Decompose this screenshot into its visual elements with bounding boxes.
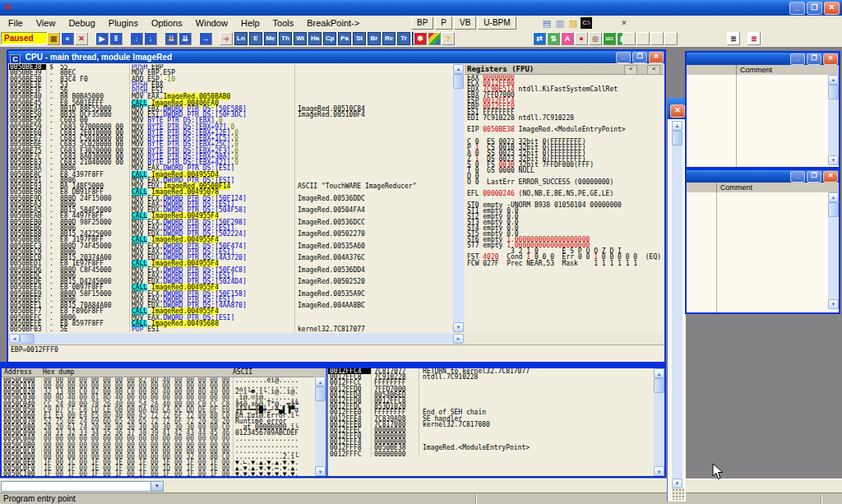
register-line[interactable]: EIP 0050BE38 ImageRed.<ModuleEntryPoint> [465,127,664,132]
close-button[interactable]: ✕ [670,104,685,118]
spare-button-3[interactable] [650,32,664,45]
scroll-down-icon[interactable]: ▼ [453,322,464,332]
scroll-thumb[interactable] [672,131,682,146]
menu-item-file[interactable]: File [2,16,30,30]
panel-button-st[interactable]: St [353,32,366,45]
plugin-button-p[interactable]: P [435,16,452,30]
step-into-icon[interactable]: ↓ [130,32,143,45]
binary-101-icon[interactable]: 101 [603,32,616,45]
close-button[interactable]: ✕ [649,52,664,63]
dump-scrollbar[interactable]: ▲ ▼ [315,377,326,476]
disasm-row[interactable]: 0050BE38$55PUSH EBP [9,64,453,70]
maximize-button[interactable]: ❐ [632,52,647,63]
stack-pane[interactable]: 0012FFC47C817077RETURN to kernel32.7C817… [328,368,664,476]
scroll-left-icon[interactable]: ◄ [9,334,20,344]
panel-button-ln[interactable]: Ln [234,32,248,45]
command-combobox[interactable]: ▼ [1,481,164,492]
scroll-thumb[interactable] [828,85,839,99]
record-icon[interactable]: ● [575,32,588,45]
comment-window-2-titlebar[interactable]: _❐✕ [687,170,839,183]
scroll-thumb[interactable] [654,378,664,393]
comment-list-body[interactable]: ▲ ▼ [687,75,839,167]
minimize-button[interactable]: _ [616,52,631,63]
hex-dump-pane[interactable]: Address Hex dump ASCII 0050C00000 00 00 … [2,368,326,476]
panel-button-ha[interactable]: Ha [308,32,322,45]
scroll-thumb[interactable] [453,74,464,89]
panel-button-cp[interactable]: Cp [323,32,336,45]
list-window-icon[interactable]: ≣ [727,32,740,45]
scroll-down-icon[interactable]: ▼ [315,466,326,476]
scroll-up-icon[interactable]: ▲ [654,368,664,378]
maximize-button[interactable]: ❐ [807,53,821,65]
maximize-button[interactable]: ❐ [807,171,821,183]
scroll-down-icon[interactable]: ▼ [828,299,839,309]
close-button[interactable]: ✕ [824,2,840,15]
settings-icon[interactable]: ✱ [414,32,427,45]
plugin-button-u-bpm[interactable]: U-BPM [478,16,516,30]
menu-item-window[interactable]: Window [189,16,234,30]
menu-item-help[interactable]: Help [234,16,266,30]
close-button[interactable]: ✕ [823,53,838,65]
close-button[interactable]: ✕ [823,171,838,183]
appearance-icon[interactable] [428,32,441,45]
clipboard-icon[interactable]: ▤ [541,17,553,29]
dump-row[interactable]: 0050C1001F 00 1F 00 1F 00 1F 00 1F 00 1F… [2,471,326,476]
scroll-up-icon[interactable]: ▲ [453,64,464,74]
comment-list-body[interactable]: ▲ ▼ [687,192,839,312]
disasm-vscrollbar[interactable]: ▲ ▼ [453,64,464,332]
registers-pane[interactable]: Registers (FPU) < < EAX 00000000ECX 0012… [465,64,664,332]
registers-prev-button[interactable]: < [647,65,660,75]
step-over-icon[interactable]: ↓ [144,32,157,45]
minimize-button[interactable]: _ [789,2,805,15]
plugin-button-vb[interactable]: VB [454,16,476,30]
scroll-up-icon[interactable]: ▲ [828,192,839,202]
plugin-button-bp[interactable]: BP [411,16,433,30]
analyze-a-icon[interactable]: A [561,32,574,45]
pause-icon[interactable]: ‖ [109,32,123,45]
spare-button-4[interactable] [664,32,678,45]
panel-button-e[interactable]: E [249,32,262,45]
swap-icon[interactable]: ⇄ [533,32,546,45]
menu-item-view[interactable]: View [30,16,62,30]
panel-button-me[interactable]: Me [264,32,277,45]
comment-window-1-scrollbar[interactable]: ▲ ▼ [828,75,839,165]
panel-button-pa[interactable]: Pa [338,32,351,45]
animate-over-icon[interactable]: ⇊ [178,32,192,45]
menu-item-debug[interactable]: Debug [62,16,101,30]
disassembly-pane[interactable]: 0050BE38$55PUSH EBP0050BE39.8BECMOV EBP,… [9,64,453,332]
panel-button-br[interactable]: Br [368,32,381,45]
scroll-down-icon[interactable]: ▼ [654,466,664,476]
minimize-button[interactable]: _ [790,171,805,183]
spare-button-1[interactable] [622,32,636,45]
menu-item-tools[interactable]: Tools [266,16,301,30]
registers-prev-button[interactable]: < [624,65,637,75]
help-icon[interactable]: ? [442,32,455,45]
scroll-down-icon[interactable]: ▼ [672,479,682,488]
stack-row[interactable]: 0012FFFC00000000 [328,451,664,457]
restart-icon[interactable]: « [61,32,74,45]
menu-item-breakpoint[interactable]: BreakPoint-> [300,16,366,30]
fingerprint-icon[interactable]: ◎ [589,32,602,45]
maximize-button[interactable]: ❐ [807,2,822,15]
hidden-window-scrollbar[interactable]: ▲ ▼ [672,121,682,488]
menu-item-options[interactable]: Options [145,16,189,30]
updown-icon[interactable]: ⇅ [547,32,560,45]
disasm-hscrollbar[interactable]: ◄ ► [9,334,464,344]
panel-button-re[interactable]: Re [382,32,396,45]
register-line[interactable]: EDI 7C910228 ntdll.7C910228 [465,115,664,121]
scroll-up-icon[interactable]: ▲ [315,377,326,386]
scroll-up-icon[interactable]: ▲ [672,121,682,131]
log-window-icon[interactable]: ≣ [747,32,761,45]
disasm-row[interactable]: 0050BE3B.83C4 F0ADD ESP,-10 [9,76,453,82]
register-line[interactable]: T 0 GS 0000 NULL [465,168,664,173]
run-icon[interactable]: ▶ [95,32,109,45]
stack-scrollbar[interactable]: ▲ ▼ [654,368,664,476]
terminate-icon[interactable]: ✕ [75,32,88,45]
book-icon[interactable]: ▥ [554,17,566,29]
execute-till-return-icon[interactable]: → [199,32,212,45]
resize-grip[interactable] [672,488,684,500]
cpu-window-titlebar[interactable]: C CPU - main thread, module ImageRed _❐✕ [8,51,664,63]
folder-icon[interactable]: ▨ [567,17,579,29]
register-line[interactable]: EFL 00000246 (NO,NB,E,BE,NS,PE,GE,LE) [465,191,664,197]
scroll-down-icon[interactable]: ▼ [828,155,839,165]
